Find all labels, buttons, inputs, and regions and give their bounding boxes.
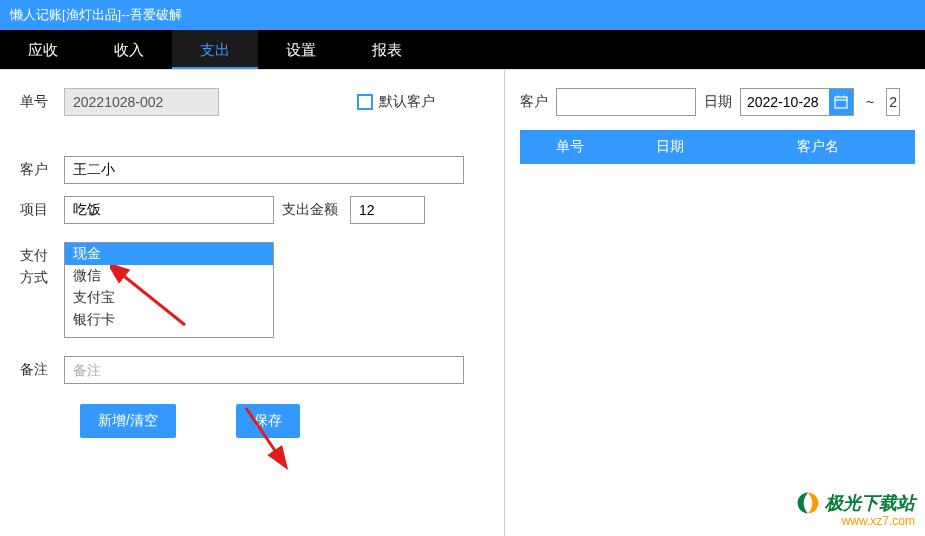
window-title: 懒人记账[渔灯出品]--吾爱破解 [10,7,182,22]
amount-input[interactable] [350,196,425,224]
checkbox-icon [357,94,373,110]
filter-customer-input[interactable] [556,88,696,116]
default-customer-label: 默认客户 [379,93,435,111]
svg-rect-4 [835,97,847,108]
form-panel: 单号 默认客户 客户 项目 支出金额 支付方式 现金 微信 支付宝 [0,70,505,536]
main-navbar: 应收 收入 支出 设置 报表 [0,30,925,70]
filter-customer-label: 客户 [520,93,548,111]
watermark-brand: 极光下载站 [825,491,915,515]
calendar-icon[interactable] [829,89,853,115]
save-button[interactable]: 保存 [236,404,300,438]
nav-tab-report[interactable]: 报表 [344,30,430,69]
th-customer-name: 客户名 [720,138,915,156]
amount-label: 支出金额 [282,201,342,219]
default-customer-checkbox-wrap[interactable]: 默认客户 [357,93,435,111]
date-from-input[interactable] [741,90,829,114]
payment-method-label: 支付方式 [20,242,56,289]
nav-tab-income[interactable]: 收入 [86,30,172,69]
order-number-input [64,88,219,116]
date-range-tilde: ~ [866,94,874,110]
watermark-url: www.xz7.com [795,514,915,528]
th-date: 日期 [620,138,720,156]
nav-tab-receivable[interactable]: 应收 [0,30,86,69]
payment-option-alipay[interactable]: 支付宝 [65,287,273,309]
payment-option-wechat[interactable]: 微信 [65,265,273,287]
nav-tab-settings[interactable]: 设置 [258,30,344,69]
list-panel: 客户 日期 ~ 2 单号 日期 客户名 [505,70,925,536]
new-clear-button[interactable]: 新增/清空 [80,404,176,438]
order-number-label: 单号 [20,93,56,111]
filter-date-label: 日期 [704,93,732,111]
customer-input[interactable] [64,156,464,184]
date-from-wrap[interactable] [740,88,854,116]
watermark: 极光下载站 www.xz7.com [795,490,915,528]
table-header: 单号 日期 客户名 [520,130,915,164]
watermark-logo-icon [795,490,821,516]
th-order-no: 单号 [520,138,620,156]
payment-option-cash[interactable]: 现金 [65,243,273,265]
project-label: 项目 [20,201,56,219]
payment-option-bankcard[interactable]: 银行卡 [65,309,273,331]
remark-label: 备注 [20,361,56,379]
project-input[interactable] [64,196,274,224]
window-titlebar: 懒人记账[渔灯出品]--吾爱破解 [0,0,925,30]
customer-label: 客户 [20,161,56,179]
remark-input[interactable] [64,356,464,384]
nav-tab-expense[interactable]: 支出 [172,30,258,69]
date-to-partial: 2 [886,88,900,116]
payment-method-listbox[interactable]: 现金 微信 支付宝 银行卡 [64,242,274,338]
